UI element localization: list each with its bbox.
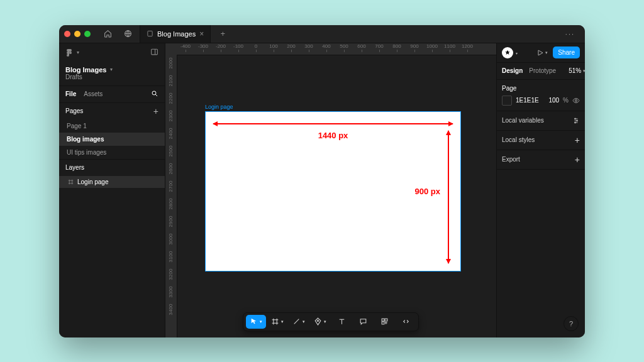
tool-move[interactable]: ▾ <box>246 315 266 329</box>
svg-point-25 <box>577 120 578 121</box>
add-page-button[interactable]: + <box>153 107 158 116</box>
opacity-unit: % <box>563 97 569 104</box>
frame-label[interactable]: Login page <box>205 104 233 110</box>
page-item[interactable]: UI tips images <box>59 146 165 159</box>
right-sidebar: ▾ ▾ Share Design Prototype 51% ▾ Pag <box>496 43 585 337</box>
pages-heading: Pages <box>65 107 83 114</box>
traffic-lights <box>64 31 96 37</box>
opacity-value[interactable]: 100 <box>548 97 559 104</box>
chevron-down-icon: ▾ <box>303 319 305 324</box>
color-swatch[interactable] <box>502 96 512 106</box>
dimension-arrow-horizontal <box>213 123 453 124</box>
svg-rect-1 <box>148 31 152 36</box>
tab-close-icon[interactable]: × <box>199 30 204 38</box>
svg-point-5 <box>152 91 156 95</box>
community-button[interactable] <box>119 25 136 43</box>
figma-logo[interactable]: ▾ <box>65 49 79 57</box>
ruler-top: -400-300-200-100010020030040050060070080… <box>177 43 496 55</box>
chevron-down-icon: ▾ <box>77 50 79 55</box>
tool-widget[interactable] <box>374 315 394 329</box>
color-hex-value[interactable]: 1E1E1E <box>516 97 545 104</box>
chevron-down-icon[interactable]: ▾ <box>110 67 113 72</box>
visibility-toggle-icon[interactable] <box>572 97 580 104</box>
project-location[interactable]: Drafts <box>59 74 165 85</box>
layers-heading: Layers <box>65 164 84 171</box>
tool-comment[interactable] <box>353 315 373 329</box>
dimension-label-width: 1440 px <box>318 131 348 140</box>
tool-devmode[interactable] <box>396 315 416 329</box>
canvas[interactable]: Login page 1440 px 900 px <box>177 55 496 337</box>
tab-label: Blog Images <box>157 30 196 38</box>
project-name[interactable]: Blog Images <box>65 66 106 74</box>
plus-icon: + <box>575 155 580 165</box>
tab-file[interactable]: File <box>65 90 76 97</box>
panel-toggle-icon[interactable] <box>150 48 158 57</box>
tool-line[interactable]: ▾ <box>289 315 309 329</box>
maximize-window-icon[interactable] <box>84 31 91 37</box>
svg-rect-19 <box>382 319 384 321</box>
dimension-arrow-vertical <box>448 131 449 263</box>
ruler-left: 2000210022002300240025002600270028002900… <box>165 55 177 337</box>
tab-prototype[interactable]: Prototype <box>529 67 556 74</box>
more-menu[interactable]: ··· <box>560 30 580 38</box>
svg-point-26 <box>575 122 576 123</box>
export-row[interactable]: Export + <box>497 150 585 170</box>
figma-icon <box>65 49 73 57</box>
tab-blog-images[interactable]: Blog Images × <box>140 25 211 43</box>
chevron-down-icon: ▾ <box>516 51 518 55</box>
file-icon <box>147 30 153 37</box>
tool-pen[interactable]: ▾ <box>310 315 330 329</box>
left-sidebar: ▾ Blog Images ▾ Drafts File Assets <box>59 43 165 337</box>
page-item[interactable]: Blog images <box>59 133 165 146</box>
layer-item[interactable]: Login page <box>59 176 165 188</box>
close-window-icon[interactable] <box>64 31 70 37</box>
canvas-area[interactable]: -400-300-200-100010020030040050060070080… <box>165 43 496 337</box>
frame-icon <box>68 179 74 185</box>
tool-text[interactable] <box>331 315 352 329</box>
tab-assets[interactable]: Assets <box>84 90 103 97</box>
svg-line-15 <box>294 319 299 324</box>
page-section-heading: Page <box>502 85 580 92</box>
svg-marker-22 <box>538 50 543 55</box>
local-styles-row[interactable]: Local styles + <box>497 131 585 150</box>
new-tab-button[interactable]: + <box>214 25 231 43</box>
plugin-icon <box>504 50 511 56</box>
help-button[interactable]: ? <box>564 316 579 331</box>
svg-rect-3 <box>152 49 158 55</box>
chevron-down-icon: ▾ <box>545 50 548 55</box>
svg-point-24 <box>575 118 576 119</box>
frame-login-page[interactable]: 1440 px 900 px <box>205 111 461 272</box>
home-button[interactable] <box>99 25 116 43</box>
local-variables-row[interactable]: Local variables <box>497 111 585 131</box>
page-item[interactable]: Page 1 <box>59 119 165 133</box>
chevron-down-icon: ▾ <box>260 319 262 324</box>
settings-icon <box>572 117 580 124</box>
figma-window: Blog Images × + ··· ▾ Blog Images ▾ <box>59 25 585 337</box>
chevron-down-icon: ▾ <box>583 69 585 74</box>
present-button[interactable]: ▾ <box>536 49 548 57</box>
zoom-control[interactable]: 51% ▾ <box>569 67 585 74</box>
svg-line-6 <box>155 94 157 96</box>
search-icon[interactable] <box>151 90 158 99</box>
page-section: Page 1E1E1E 100 % <box>497 80 585 111</box>
svg-point-2 <box>69 52 72 54</box>
toolbar: ▾▾▾▾ <box>243 312 419 331</box>
page-background-color[interactable]: 1E1E1E 100 % <box>502 96 580 106</box>
svg-point-16 <box>317 320 318 321</box>
svg-rect-21 <box>382 322 384 324</box>
svg-point-23 <box>575 99 577 101</box>
chevron-down-icon: ▾ <box>281 319 284 324</box>
titlebar: Blog Images × + ··· <box>59 25 585 43</box>
plus-icon: + <box>575 135 580 145</box>
minimize-window-icon[interactable] <box>74 31 80 37</box>
ruler-corner <box>165 43 177 55</box>
dimension-label-height: 900 px <box>415 187 440 196</box>
tab-design[interactable]: Design <box>502 67 523 74</box>
share-button[interactable]: Share <box>553 47 580 58</box>
profile-button[interactable]: ▾ <box>502 47 513 58</box>
chevron-down-icon: ▾ <box>324 319 326 324</box>
svg-rect-20 <box>385 319 387 321</box>
tool-frame[interactable]: ▾ <box>267 315 287 329</box>
